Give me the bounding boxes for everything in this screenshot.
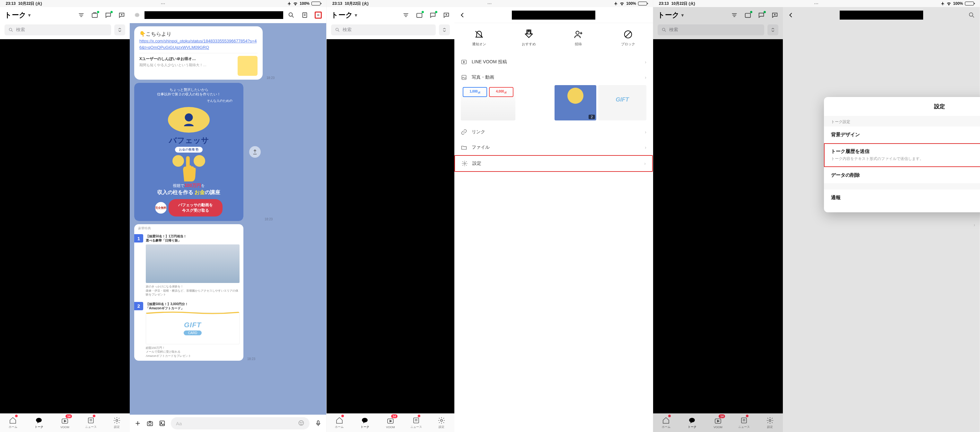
action-invite[interactable]: 招待	[554, 30, 603, 46]
tab-talk[interactable]: トーク	[26, 414, 52, 432]
menu-row-links[interactable]: リンク ›	[454, 124, 653, 140]
tab-voom[interactable]: 14VOOM	[52, 414, 78, 432]
search-icon[interactable]	[288, 11, 295, 19]
search-input[interactable]: 検索	[5, 24, 111, 35]
back-icon[interactable]	[459, 11, 466, 19]
menu-action-row: 通知オン おすすめ 招待 ブロック	[454, 23, 653, 54]
chevron-right-icon: ›	[644, 161, 646, 166]
modal-section-label: トーク設定	[824, 116, 980, 126]
emoji-icon[interactable]	[298, 420, 304, 427]
plus-icon[interactable]	[134, 420, 141, 427]
ad-card[interactable]: ちょっと贅沢したいから 仕事以外で第２の収入の柱を作りたい！ そんな人のための …	[134, 83, 243, 221]
svg-point-27	[149, 422, 151, 425]
chat-bubble-icon[interactable]	[105, 11, 112, 19]
search-icon[interactable]	[968, 11, 975, 19]
filter-icon[interactable]	[78, 11, 85, 19]
chat-list[interactable]	[0, 39, 130, 413]
svg-point-32	[302, 422, 302, 423]
menu-row-photos[interactable]: 写真・動画 ›	[454, 70, 653, 85]
search-input[interactable]: 検索	[331, 24, 436, 35]
menu-row-files[interactable]: ファイル ›	[454, 140, 653, 155]
svg-point-31	[300, 422, 301, 423]
tab-talk[interactable]: トーク	[352, 414, 378, 432]
tab-settings[interactable]: 設定	[104, 414, 130, 432]
new-chat-icon[interactable]	[443, 11, 450, 19]
tab-news[interactable]: ニュース	[731, 414, 757, 432]
tab-news[interactable]: ニュース	[78, 414, 104, 432]
link-preview-card[interactable]: Xユーザーのしんぽい＠お得オ… 期間も短くやる人少ないという期待大！…	[139, 53, 258, 76]
tab-settings[interactable]: 設定	[429, 414, 454, 432]
sidebar-title[interactable]: トーク ▾	[5, 10, 30, 20]
collapse-button[interactable]	[767, 24, 778, 35]
chevron-down-icon: ▾	[28, 13, 30, 18]
action-recommend[interactable]: おすすめ	[504, 30, 554, 46]
thumbnail[interactable]: 1,000ポ 4,000ポ	[461, 85, 515, 120]
action-block[interactable]: ブロック	[603, 30, 653, 46]
tab-talk[interactable]: トーク	[679, 414, 705, 432]
hamburger-menu-icon[interactable]	[315, 11, 322, 19]
menu-row-voom[interactable]: LINE VOOM 投稿 ›	[454, 54, 653, 70]
share-icon[interactable]	[249, 146, 261, 158]
modal-title: 設定	[934, 103, 945, 110]
thumbnail[interactable]: 2	[555, 85, 596, 120]
mic-icon[interactable]	[315, 420, 322, 427]
prize-card[interactable]: 豪華特典 1 【抽選50名！】1万円相当！ 選べる豪華「日帰り旅」 旅のきっかけ…	[134, 224, 243, 361]
tab-bar: ホーム トーク 14VOOM ニュース 設定	[653, 413, 783, 432]
tab-voom[interactable]: 14VOOM	[705, 414, 731, 432]
gallery-icon[interactable]	[159, 420, 166, 427]
link-thumbnail	[238, 56, 258, 76]
chat-list[interactable]	[326, 39, 454, 413]
chat-title-redacted	[145, 11, 283, 19]
chat-bubble-icon[interactable]	[429, 11, 436, 19]
tab-home[interactable]: ホーム	[0, 414, 26, 432]
modal-row-send-history[interactable]: トーク履歴を送信 トーク内容をテキスト形式のファイルで送信します。	[824, 143, 980, 167]
tab-settings[interactable]: 設定	[757, 414, 783, 432]
svg-point-58	[464, 163, 466, 164]
filter-icon[interactable]	[731, 11, 738, 19]
modal-row-delete-data[interactable]: データの削除 ›	[824, 167, 980, 184]
chat-scroll-area[interactable]: 👇こちらより https://x.com/shinpoi_otoku/statu…	[130, 23, 326, 414]
svg-marker-56	[463, 61, 465, 63]
back-icon[interactable]	[788, 11, 794, 19]
new-chat-icon[interactable]	[771, 11, 778, 19]
modal-row-background[interactable]: 背景デザイン ›	[824, 126, 980, 143]
sidebar-header: トーク▾	[326, 7, 454, 22]
notes-icon[interactable]	[301, 11, 308, 19]
svg-rect-3	[92, 13, 98, 18]
svg-point-6	[9, 28, 12, 31]
svg-rect-45	[414, 418, 419, 423]
filter-icon[interactable]	[402, 11, 409, 19]
camera-icon[interactable]	[146, 420, 153, 427]
collapse-button[interactable]	[114, 24, 125, 35]
thumbnail[interactable]	[517, 85, 553, 120]
folder-icon[interactable]	[744, 11, 751, 19]
svg-rect-17	[303, 13, 307, 18]
svg-point-42	[362, 418, 368, 422]
ad-logo-circle	[168, 107, 210, 133]
sidebar-title[interactable]: トーク▾	[658, 10, 684, 20]
tab-home[interactable]: ホーム	[653, 414, 679, 432]
thumbnail[interactable]: GIFT	[598, 85, 646, 120]
chat-bubble-icon[interactable]	[758, 11, 765, 19]
folder-icon[interactable]	[91, 11, 98, 19]
modal-row-report[interactable]: 通報	[824, 190, 980, 206]
svg-line-75	[973, 16, 974, 18]
action-notify[interactable]: 通知オン	[454, 30, 504, 46]
sidebar-title[interactable]: トーク▾	[331, 10, 357, 20]
collapse-button[interactable]	[439, 24, 450, 35]
message-link[interactable]: https://x.com/shinpoi_otoku/status/18483…	[139, 38, 256, 50]
folder-icon[interactable]	[416, 11, 423, 19]
svg-point-50	[576, 31, 579, 34]
tab-voom[interactable]: 14VOOM	[378, 414, 403, 432]
chat-list[interactable]	[653, 39, 783, 413]
menu-row-settings[interactable]: 設定 ›	[454, 155, 653, 172]
point-down-icon: 👇こちらより	[139, 31, 172, 37]
tab-news[interactable]: ニュース	[403, 414, 429, 432]
ad-cta-button[interactable]: バフェッサの動画を 今スグ受け取る	[169, 199, 223, 217]
svg-point-15	[289, 13, 293, 16]
search-input[interactable]: 検索	[658, 24, 764, 35]
photo-thumbnail-strip[interactable]: 1,000ポ 4,000ポ 2 GIFT	[454, 85, 653, 124]
new-chat-icon[interactable]	[118, 11, 125, 19]
tab-home[interactable]: ホーム	[326, 414, 352, 432]
message-input[interactable]: Aa	[171, 417, 310, 429]
